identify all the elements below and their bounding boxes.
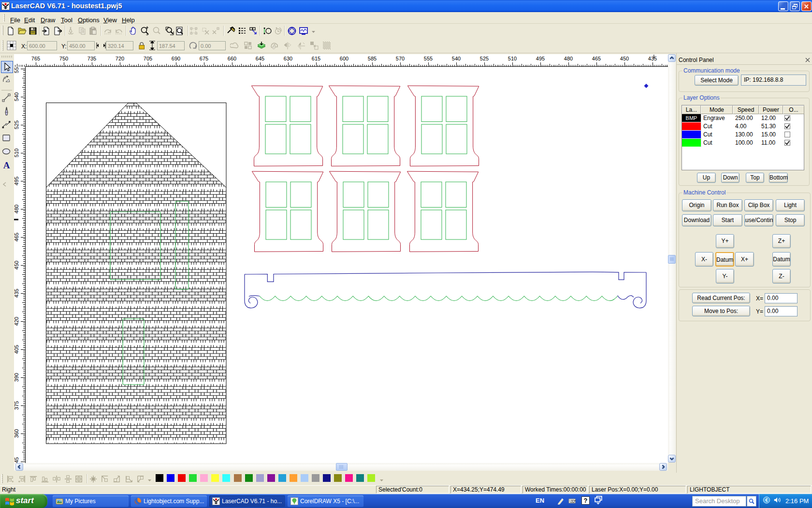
svg-text:705: 705 [144,56,152,61]
svg-text:765: 765 [31,56,40,61]
svg-text:A: A [3,160,10,170]
svg-text:600: 600 [340,56,348,61]
svg-text:465: 465 [14,233,19,241]
svg-text:555: 555 [14,67,19,73]
svg-text:555: 555 [424,56,433,61]
svg-text:525: 525 [14,120,19,129]
svg-text:540: 540 [14,92,19,101]
svg-text:690: 690 [172,56,180,61]
svg-text:750: 750 [59,56,68,61]
svg-text:480: 480 [564,56,573,61]
svg-text:510: 510 [508,56,517,61]
svg-text:435: 435 [648,56,657,61]
svg-text:660: 660 [228,56,236,61]
svg-text:450: 450 [14,261,19,269]
svg-text:495: 495 [536,56,545,61]
svg-text:585: 585 [368,56,377,61]
svg-text:735: 735 [87,56,96,61]
svg-text:360: 360 [14,429,19,438]
svg-text:450: 450 [620,56,629,61]
svg-text:675: 675 [200,56,208,61]
svg-text:540: 540 [452,56,461,61]
svg-text:630: 630 [284,56,292,61]
svg-text:375: 375 [14,401,19,410]
svg-text:615: 615 [312,56,320,61]
svg-text:480: 480 [14,205,19,213]
svg-text:495: 495 [14,177,19,185]
svg-text:510: 510 [14,149,19,157]
svg-text:570: 570 [396,56,405,61]
svg-text:345: 345 [14,457,19,463]
svg-text:525: 525 [480,56,489,61]
svg-text:465: 465 [592,56,601,61]
svg-text:435: 435 [14,289,19,298]
svg-text:405: 405 [14,345,19,354]
svg-text:645: 645 [256,56,264,61]
svg-text:720: 720 [116,56,124,61]
svg-text:420: 420 [14,317,19,326]
svg-text:390: 390 [14,373,19,382]
